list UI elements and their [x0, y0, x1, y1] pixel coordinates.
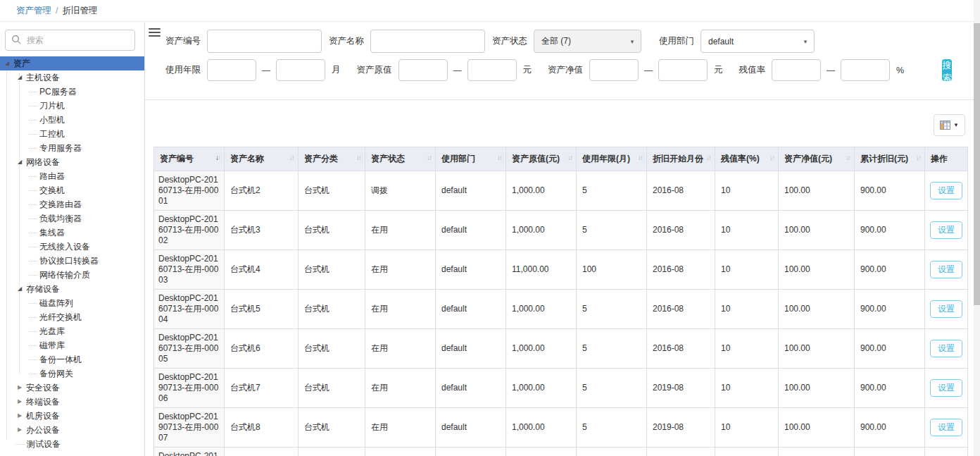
sort-icons[interactable]: ↓↑	[769, 154, 774, 161]
column-header-category[interactable]: 资产分类↓↑	[299, 147, 365, 171]
tree-item[interactable]: 工控机	[0, 127, 144, 141]
tree-item[interactable]: 专用服务器	[0, 141, 144, 155]
search-button[interactable]: 搜索	[942, 59, 952, 81]
tree-item[interactable]: PC服务器	[0, 85, 144, 99]
collapse-node-icon[interactable]: ◢	[3, 60, 11, 67]
tree-item[interactable]: 网络传输介质	[0, 268, 144, 282]
sort-asc-icon[interactable]: ↑	[570, 154, 572, 161]
original-value-min-input[interactable]	[398, 59, 448, 81]
residual-rate-min-input[interactable]	[772, 59, 821, 81]
tree-item[interactable]: 光盘库	[0, 324, 144, 338]
sort-asc-icon[interactable]: ↑	[848, 154, 850, 161]
sort-asc-icon[interactable]: ↑	[291, 154, 294, 161]
cell-original_value: 1,000.00	[506, 408, 577, 448]
column-header-start_month[interactable]: 折旧开始月份↓↑	[647, 147, 715, 171]
collapse-node-icon[interactable]: ◢	[15, 159, 24, 166]
tree-item[interactable]: ◢网络设备	[0, 155, 144, 169]
sort-asc-icon[interactable]: ↑	[640, 154, 642, 161]
sort-icons[interactable]: ↓↑	[427, 154, 431, 161]
sort-icons[interactable]: ↓↑	[289, 154, 294, 161]
dept-select[interactable]: default ▼	[701, 30, 815, 53]
sort-icons[interactable]: ↓↑	[706, 154, 710, 161]
tree-item[interactable]: 交换机	[0, 183, 144, 197]
sort-icons[interactable]: ↓↑	[638, 154, 642, 161]
useful-life-max-input[interactable]	[276, 59, 325, 81]
sort-icons[interactable]: ↓↑	[356, 154, 360, 161]
column-header-accumulated_depreciation[interactable]: 累计折旧(元)↓↑	[855, 147, 925, 171]
range-separator: —	[827, 66, 835, 75]
tree-item[interactable]: 协议接口转换器	[0, 254, 144, 268]
tree-item[interactable]: ▶安全设备	[0, 381, 144, 395]
tree-item[interactable]: 集线器	[0, 226, 144, 240]
tree-item[interactable]: ▶终端设备	[0, 395, 144, 409]
settings-button[interactable]: 设置	[930, 221, 962, 239]
columns-button[interactable]: ▼	[934, 114, 965, 136]
caret-down-icon: ▼	[953, 122, 959, 128]
net-value-max-input[interactable]	[658, 59, 708, 81]
sort-asc-icon[interactable]: ↑	[708, 154, 710, 161]
sort-icons[interactable]: ↓↑	[215, 154, 220, 161]
tree-item[interactable]: 磁带库	[0, 338, 144, 352]
column-header-residual_rate[interactable]: 残值率(%)↓↑	[715, 147, 779, 171]
sort-asc-icon[interactable]: ↑	[218, 154, 220, 161]
settings-button[interactable]: 设置	[930, 261, 962, 278]
column-header-name[interactable]: 资产名称↓↑	[225, 147, 299, 171]
tree-item[interactable]: 负载均衡器	[0, 211, 144, 226]
scrollbar-thumb[interactable]	[974, 23, 980, 305]
tree-item[interactable]: ◢存储设备	[0, 282, 144, 296]
sort-icons[interactable]: ↓↑	[567, 154, 572, 161]
tree-item[interactable]: 备份网关	[0, 366, 144, 381]
breadcrumb-link-asset-management[interactable]: 资产管理	[16, 6, 51, 16]
column-header-useful_life[interactable]: 使用年限(月)↓↑	[577, 147, 647, 171]
settings-button[interactable]: 设置	[930, 419, 962, 436]
tree-item[interactable]: 光纤交换机	[0, 310, 144, 324]
tree-item[interactable]: 路由器	[0, 169, 144, 183]
settings-button[interactable]: 设置	[930, 182, 962, 199]
sort-asc-icon[interactable]: ↑	[429, 154, 431, 161]
sort-icons[interactable]: ↓↑	[916, 154, 920, 161]
residual-rate-unit-label: %	[896, 66, 904, 75]
menu-toggle-icon[interactable]	[149, 28, 161, 37]
original-value-max-input[interactable]	[467, 59, 517, 81]
expand-node-icon[interactable]: ▶	[15, 412, 24, 419]
tree-item[interactable]: 刀片机	[0, 99, 144, 113]
tree-item[interactable]: 测试设备	[0, 437, 144, 451]
expand-node-icon[interactable]: ▶	[15, 426, 24, 433]
asset-code-input[interactable]	[207, 30, 322, 53]
tree-item[interactable]: ◢主机设备	[0, 70, 144, 85]
sort-icons[interactable]: ↓↑	[497, 154, 501, 161]
expand-node-icon[interactable]: ▶	[15, 384, 24, 391]
column-header-code[interactable]: 资产编号↓↑	[154, 147, 225, 171]
collapse-node-icon[interactable]: ◢	[15, 74, 24, 81]
net-value-min-input[interactable]	[589, 59, 639, 81]
tree-item[interactable]: 备份一体机	[0, 352, 144, 366]
collapse-node-icon[interactable]: ◢	[15, 285, 24, 292]
tree-item[interactable]: 小型机	[0, 113, 144, 127]
sort-icons[interactable]: ↓↑	[846, 154, 850, 161]
settings-button[interactable]: 设置	[930, 340, 962, 357]
sort-asc-icon[interactable]: ↑	[499, 154, 501, 161]
settings-button[interactable]: 设置	[930, 379, 962, 397]
column-header-net_value[interactable]: 资产净值(元)↓↑	[779, 147, 855, 171]
column-header-dept[interactable]: 使用部门↓↑	[436, 147, 506, 171]
tree-item[interactable]: ◢资产	[0, 56, 144, 70]
tree-item[interactable]: ▶机房设备	[0, 409, 144, 423]
column-header-label: 残值率(%)	[721, 154, 760, 164]
useful-life-min-input[interactable]	[207, 59, 256, 81]
column-header-original_value[interactable]: 资产原值(元)↓↑	[506, 147, 577, 171]
tree-item[interactable]: 交换路由器	[0, 197, 144, 211]
asset-name-input[interactable]	[370, 30, 485, 53]
tree-item[interactable]: 无线接入设备	[0, 240, 144, 254]
tree-item[interactable]: ▶办公设备	[0, 423, 144, 437]
column-header-status[interactable]: 资产状态↓↑	[365, 147, 436, 171]
sort-asc-icon[interactable]: ↑	[918, 154, 920, 161]
scrollbar-track[interactable]	[974, 0, 980, 456]
expand-node-icon[interactable]: ▶	[15, 398, 24, 405]
tree-item[interactable]: 磁盘阵列	[0, 296, 144, 310]
sort-asc-icon[interactable]: ↑	[358, 154, 360, 161]
sidebar-search-input[interactable]	[5, 30, 135, 51]
asset-status-select[interactable]: 全部 (7) ▼	[534, 30, 641, 53]
settings-button[interactable]: 设置	[930, 300, 962, 318]
residual-rate-max-input[interactable]	[841, 59, 890, 81]
sort-asc-icon[interactable]: ↑	[772, 154, 774, 161]
